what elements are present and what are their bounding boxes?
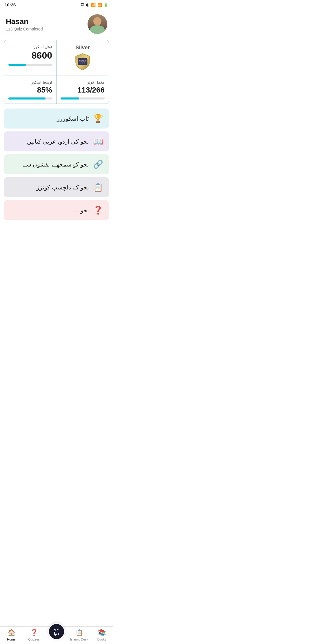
total-score-value: 8600 bbox=[8, 50, 52, 61]
svg-text:⬡ ⬡ ⬡: ⬡ ⬡ ⬡ bbox=[80, 62, 85, 64]
total-score-label: ٹوٹل اسکور bbox=[8, 45, 52, 49]
total-score-cell: ٹوٹل اسکور 8600 bbox=[4, 40, 57, 75]
completed-cell: مکمل کوئز 113/266 bbox=[57, 75, 109, 104]
status-bar: 10:26 🛡 ◎ 📶 📶 🔋 bbox=[0, 0, 113, 10]
avg-score-progress-bar bbox=[8, 97, 52, 100]
completed-value: 113/266 bbox=[61, 86, 105, 95]
quizzes-card[interactable]: نحو کے دلچسپ کوئزز 📋 bbox=[4, 177, 109, 197]
rank-cell: Silver SILVER ⬡ ⬡ ⬡ bbox=[57, 40, 109, 75]
diagrams-label: نحو کو سمجھیے نقشوں سے bbox=[23, 161, 89, 168]
signal-icon: ◎ bbox=[86, 3, 89, 7]
quizzes-nav-label: Quizzes bbox=[28, 638, 40, 641]
books-card[interactable]: نحو کی اردو، عربی کتابیں 📖 bbox=[4, 131, 109, 151]
completed-progress-fill bbox=[61, 97, 79, 100]
svg-text:SILVER: SILVER bbox=[79, 60, 86, 62]
quiz-icon: 📋 bbox=[93, 182, 103, 192]
nav-islamic-desk[interactable]: 📋 Islamic Desk bbox=[68, 629, 90, 641]
total-score-progress-fill bbox=[8, 64, 26, 66]
quiz-count: 113 Quiz Completed bbox=[6, 27, 43, 31]
signal2-icon: 📶 bbox=[97, 3, 102, 7]
nav-books[interactable]: 📚 Books bbox=[90, 629, 113, 641]
bottom-nav: 🏠 Home ❓ Quizzes نحودنیا 📋 Islamic Desk … bbox=[0, 626, 113, 644]
avg-score-cell: اوسط اسکور 85% bbox=[4, 75, 57, 104]
home-label: Home bbox=[7, 638, 15, 641]
completed-progress-bar bbox=[61, 97, 105, 100]
battery-icon: 🔋 bbox=[104, 3, 108, 7]
books-label: نحو کی اردو، عربی کتابیں bbox=[27, 138, 89, 145]
avg-score-progress-fill bbox=[8, 97, 46, 100]
menu-cards: ٹاپ اسکوررر 🏆 نحو کی اردو، عربی کتابیں 📖… bbox=[0, 108, 113, 220]
main-content: Hasan 113 Quiz Completed ٹوٹل اسکور 8600… bbox=[0, 10, 113, 243]
rank-label: Silver bbox=[75, 45, 90, 51]
stats-grid: ٹوٹل اسکور 8600 Silver SILVER bbox=[4, 40, 109, 104]
help-icon: ❓ bbox=[93, 205, 103, 215]
status-icons: 🛡 ◎ 📶 📶 🔋 bbox=[81, 3, 108, 7]
completed-label: مکمل کوئز bbox=[61, 80, 105, 84]
nav-center[interactable]: نحودنیا bbox=[45, 623, 68, 641]
status-time: 10:26 bbox=[5, 2, 16, 7]
extra-card[interactable]: نحو ... ❓ bbox=[4, 200, 109, 220]
nav-quizzes[interactable]: ❓ Quizzes bbox=[23, 629, 45, 641]
nav-home[interactable]: 🏠 Home bbox=[0, 629, 23, 641]
shield-icon: 🛡 bbox=[81, 3, 84, 7]
diagrams-card[interactable]: نحو کو سمجھیے نقشوں سے 🔗 bbox=[4, 154, 109, 174]
nahw-dunya-button[interactable]: نحودنیا bbox=[48, 623, 65, 640]
wifi-icon: 📶 bbox=[91, 3, 96, 7]
quizzes-nav-icon: ❓ bbox=[30, 629, 38, 636]
book-icon: 📖 bbox=[93, 137, 103, 146]
extra-label: نحو ... bbox=[74, 207, 89, 214]
header-text: Hasan 113 Quiz Completed bbox=[6, 17, 43, 31]
diagram-icon: 🔗 bbox=[93, 160, 103, 169]
avatar-image bbox=[88, 14, 107, 34]
books-nav-icon: 📚 bbox=[98, 629, 106, 636]
avg-score-value: 85% bbox=[8, 86, 52, 95]
books-nav-label: Books bbox=[97, 638, 106, 641]
home-icon: 🏠 bbox=[8, 629, 15, 636]
nahw-dunya-text: نحودنیا bbox=[54, 627, 59, 636]
quizzes-label: نحو کے دلچسپ کوئزز bbox=[37, 184, 89, 191]
top-scorers-card[interactable]: ٹاپ اسکوررر 🏆 bbox=[4, 108, 109, 129]
trophy-icon: 🏆 bbox=[93, 114, 103, 123]
total-score-progress-bar bbox=[8, 64, 52, 66]
username: Hasan bbox=[6, 17, 43, 26]
silver-badge-icon: SILVER ⬡ ⬡ ⬡ bbox=[73, 53, 92, 71]
islamic-desk-label: Islamic Desk bbox=[70, 638, 88, 641]
header: Hasan 113 Quiz Completed bbox=[0, 10, 113, 40]
top-scorers-label: ٹاپ اسکوررر bbox=[57, 115, 89, 122]
avg-score-label: اوسط اسکور bbox=[8, 80, 52, 84]
islamic-desk-icon: 📋 bbox=[75, 629, 83, 636]
avatar bbox=[88, 14, 107, 34]
